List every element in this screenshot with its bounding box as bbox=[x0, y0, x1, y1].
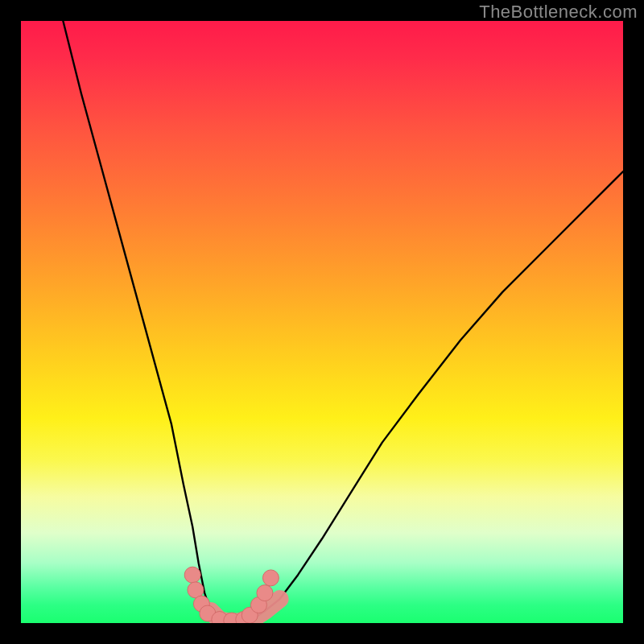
chart-frame: TheBottleneck.com bbox=[0, 0, 644, 644]
curve-path bbox=[63, 21, 623, 622]
chart-plot-area bbox=[21, 21, 623, 623]
data-marker bbox=[262, 570, 279, 586]
chart-curve bbox=[63, 21, 623, 622]
data-marker bbox=[257, 585, 273, 601]
watermark-text: TheBottleneck.com bbox=[479, 2, 638, 23]
data-marker bbox=[184, 567, 200, 583]
chart-svg bbox=[21, 21, 623, 623]
